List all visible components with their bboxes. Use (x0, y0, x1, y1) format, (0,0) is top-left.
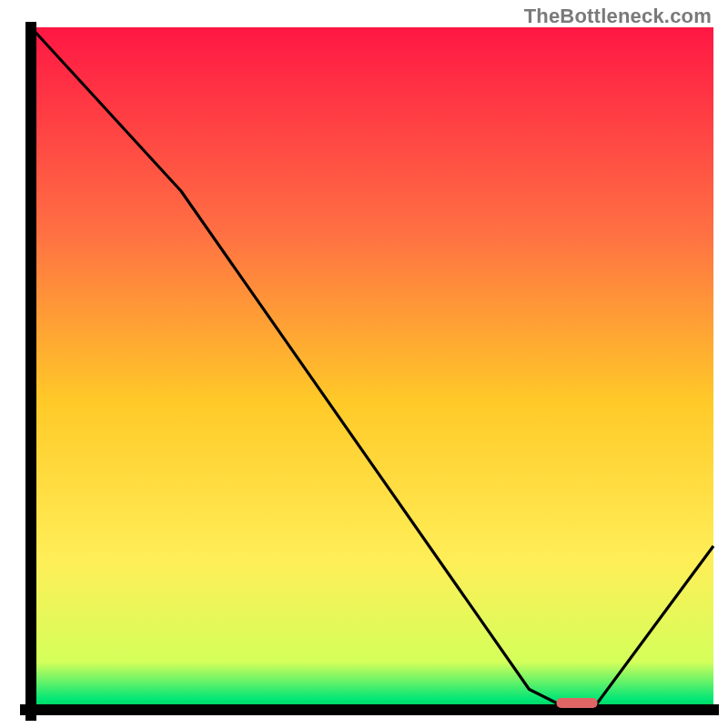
bottleneck-chart (0, 0, 728, 728)
plot-area (31, 27, 713, 710)
optimal-marker (557, 698, 598, 708)
watermark-text: TheBottleneck.com (524, 5, 712, 28)
chart-container: TheBottleneck.com (0, 0, 728, 728)
